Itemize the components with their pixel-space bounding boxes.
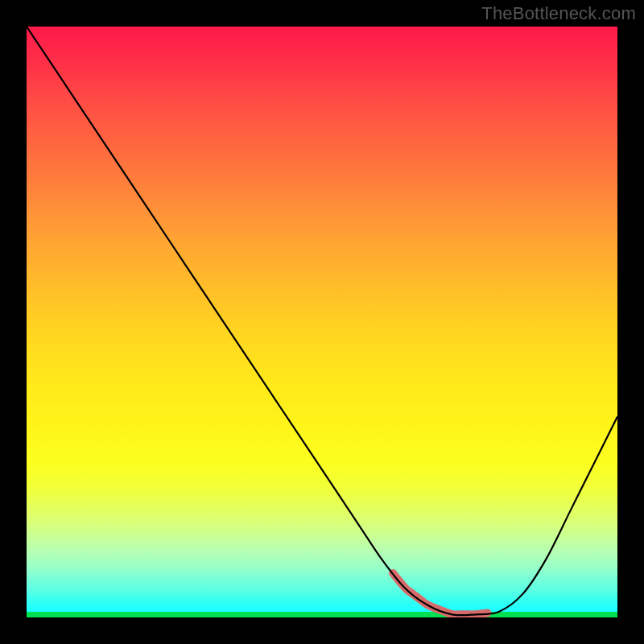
highlight-segment: [393, 573, 487, 615]
bottleneck-curve: [27, 27, 617, 615]
chart-plot-area: [27, 27, 617, 617]
watermark-text: TheBottleneck.com: [481, 3, 636, 24]
chart-svg: [27, 27, 617, 617]
